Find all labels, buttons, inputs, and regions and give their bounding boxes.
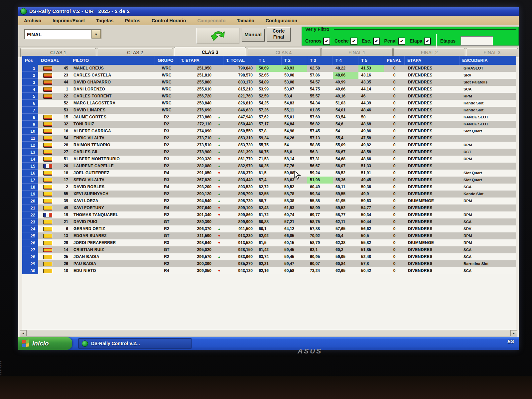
table-row[interactable]: 246GERARD ORTIZR2296,370▲911,50060,164,1…	[22, 225, 516, 232]
table-row[interactable]: 1228RAIMON TENORIOR2273,510▲853,73055,75…	[22, 142, 516, 149]
filter-checkbox-penal[interactable]: ✔	[398, 38, 405, 45]
penalty-cell: 0	[384, 107, 405, 114]
table-row[interactable]: 815JAUME CORTESR2273,860▲847,94057,6255,…	[22, 114, 516, 121]
t2-cell: 60,15	[282, 239, 307, 246]
table-row[interactable]: 41DANI LORENZOWRC255,610815,21053,9953,0…	[22, 86, 516, 93]
stage-cell: DIVENDRES	[405, 79, 460, 86]
t3-cell: 59,24	[307, 170, 333, 177]
tab-final-2[interactable]: FINAL 2	[393, 48, 466, 57]
trend-icon	[215, 100, 223, 107]
down-arrow-icon: ▼	[217, 213, 221, 217]
t5-cell: 50,42	[358, 267, 384, 274]
t5-cell: 50,44	[358, 218, 384, 225]
position-cell: 28	[22, 253, 38, 260]
total-time-cell: 798,570	[223, 72, 256, 79]
table-row[interactable]: 522CARLES TORRENTWRC256,720821,76052,595…	[22, 93, 516, 100]
table-row[interactable]: 344DAVID CHAPARROWRC255,880803,17054,895…	[22, 79, 516, 86]
tab-clas-1[interactable]: CLAS 1	[20, 48, 96, 57]
table-row[interactable]: 1327CARLES GILR2278,900▲861,39060,7556,6…	[22, 149, 516, 156]
horizontal-scrollbar[interactable]: ◄ ►	[20, 330, 517, 336]
table-row[interactable]: 182DAVID ROBLESR4293,200▼893,53062,7259,…	[22, 184, 516, 191]
scroll-left-icon[interactable]: ◄	[20, 330, 27, 336]
table-row[interactable]: 145MANEL CREUSWRC251,950790,84050,6948,9…	[22, 65, 516, 72]
t3-cell: 57,13	[307, 135, 333, 142]
table-row[interactable]: 753DAVID LINARESWRC276,690846,63057,2655…	[22, 107, 516, 114]
start-button[interactable]: Inicio	[18, 337, 72, 350]
table-row[interactable]: 1016ALBERT GARRIGAR3274,090850,55057,854…	[22, 128, 516, 135]
table-row[interactable]: 2321DAVID PUIGGT289,390899,90060,8857,21…	[22, 218, 516, 225]
language-indicator[interactable]: ES	[507, 338, 514, 344]
tab-final-1[interactable]: FINAL 1	[321, 48, 393, 57]
table-row[interactable]: 2629JORDI PERAFERRERR3298,640▼913,58061,…	[22, 239, 516, 246]
table-row[interactable]: 1154ENRIC VILALTAR2273,710▲853,31059,345…	[22, 135, 516, 142]
menu-item-tama-o[interactable]: Tamaño	[231, 18, 260, 23]
table-row[interactable]: 2039XAVI LORZAR2294,540▲898,73058,758,38…	[22, 198, 516, 204]
table-row[interactable]: 652MARC LLAGOSTERAWRC258,840826,81054,25…	[22, 100, 516, 107]
pilot-name: CRISTIAN RUIZ	[70, 246, 155, 253]
table-row[interactable]: 3010EDU NIETOR4309,050▼943,12062,1660,58…	[22, 267, 516, 274]
t4-cell: 55,36	[333, 177, 358, 184]
trend-icon	[215, 79, 223, 86]
filter-checkbox-esc[interactable]: ✔	[373, 38, 380, 45]
team-cell: RPM	[460, 232, 516, 239]
t4-cell: 58,77	[333, 211, 358, 218]
cat-flag-icon	[43, 115, 52, 120]
pilot-name: DAVID LINARES	[70, 107, 155, 114]
table-row[interactable]: 1520LAURENT CAPELLER2282,080▲882,97060,2…	[22, 163, 516, 170]
dorsal-flag-cell	[38, 204, 57, 211]
total-time-cell: 861,390	[223, 149, 256, 156]
t3-cell: 70,92	[307, 232, 333, 239]
filter-checkbox-coche[interactable]: ✔	[350, 38, 357, 45]
tab-clas-3[interactable]: CLAS 3	[174, 47, 246, 57]
t1-cell: 62,16	[256, 267, 282, 274]
etapas-input[interactable]	[461, 36, 493, 46]
table-row[interactable]: 223CARLES CASTELAWRC251,810798,57052,655…	[22, 72, 516, 79]
filter-checkbox-cronos[interactable]: ✔	[323, 38, 330, 45]
tab-clas-4[interactable]: CLAS 4	[247, 48, 321, 57]
corte-final-button[interactable]: CorteFinal	[267, 27, 290, 41]
classification-select[interactable]: FINAL ▼	[24, 29, 101, 39]
tab-final-3[interactable]: FINAL 3	[466, 48, 518, 57]
menu-item-archivo[interactable]: Archivo	[18, 18, 47, 23]
panel-legend: Ver y Filtro	[305, 27, 331, 32]
cat-flag-icon	[43, 178, 52, 183]
penalty-cell: 0	[384, 232, 405, 239]
table-row[interactable]: 1717SERGI VILALTAR3267,820▲893,44057,453…	[22, 177, 516, 184]
menu-item-control-horario[interactable]: Control Horario	[146, 18, 192, 23]
manual-button[interactable]: Manual	[242, 29, 264, 41]
table-row[interactable]: 1618JOEL GUTIERREZR4291,050▼886,37061,55…	[22, 170, 516, 177]
stage-cell: DIVENDRES	[405, 204, 460, 211]
cat-flag-icon	[43, 192, 52, 197]
t3-cell: 57,31	[307, 156, 333, 163]
scroll-right-icon[interactable]: ►	[510, 330, 517, 336]
filter-checkbox-etapa[interactable]: ✔	[424, 38, 431, 45]
table-row[interactable]: 2714CRISTIAN RUIZGT295,020928,15061,4259…	[22, 246, 516, 253]
dorsal-flag-cell	[38, 184, 57, 191]
t1-cell: 57,26	[256, 107, 282, 114]
total-time-cell: 790,840	[223, 65, 256, 72]
menu-item-imprimir-excel[interactable]: Imprimir/Excel	[47, 18, 90, 23]
menu-item-tarjetas[interactable]: Tarjetas	[90, 18, 119, 23]
taskbar-item-ds-rally[interactable]: DS-Rally Control V.2...	[78, 338, 192, 349]
menu-item-configuracion[interactable]: Configuracion	[260, 18, 303, 23]
table-row[interactable]: 1955XEVI SURINYACHR2290,120▲895,79062,55…	[22, 191, 516, 198]
table-row[interactable]: 932TONI RUIZR2272,110▲850,44057,1754,845…	[22, 121, 516, 128]
refresh-button[interactable]	[196, 28, 239, 44]
table-row[interactable]: 2825JOAN BADIAR2296,570▲933,96063,7459,4…	[22, 253, 516, 260]
dorsal-number: 10	[57, 267, 70, 274]
table-row[interactable]: 2219THOMAS TANQUARELR2301,340▼899,86061,…	[22, 211, 516, 218]
t3-cell: 56,82	[307, 121, 333, 128]
table-row[interactable]: 2513EDGAR SUAREZGT311,590▼913,23062,9266…	[22, 232, 516, 239]
chevron-down-icon[interactable]: ▼	[91, 30, 101, 39]
dorsal-flag-cell	[38, 121, 57, 128]
menu-item-pilotos[interactable]: Pilotos	[119, 18, 146, 23]
trend-icon: ▲	[215, 163, 223, 170]
group-cell: WRC	[155, 79, 178, 86]
dorsal-number: 39	[57, 198, 70, 204]
table-row[interactable]: 2926PAU BADIAR2300,390935,27062,2159,476…	[22, 260, 516, 267]
table-row[interactable]: 1451ALBERT MONTERUBIOR3290,320▼861,77071…	[22, 156, 516, 163]
table-row[interactable]: 2149XAVI FORTUNYR4297,640▼899,10062,4361…	[22, 204, 516, 211]
group-cell: R2	[155, 225, 178, 232]
tab-clas-2[interactable]: CLAS 2	[97, 48, 173, 57]
team-cell: SCA	[460, 246, 516, 253]
